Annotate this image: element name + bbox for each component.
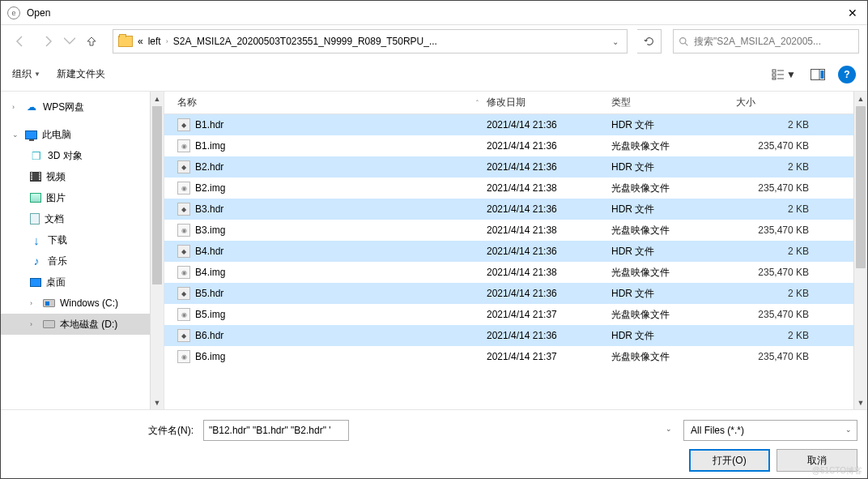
file-icon (177, 160, 190, 173)
chevron-right-icon: › (166, 37, 168, 45)
refresh-button[interactable] (637, 29, 662, 53)
sidebar-scrollbar[interactable]: ▲ ▼ (150, 92, 164, 409)
scroll-up-icon[interactable]: ▲ (854, 92, 867, 105)
file-type: 光盘映像文件 (611, 182, 736, 195)
svg-rect-3 (772, 74, 776, 76)
col-name[interactable]: 名称ˆ (171, 96, 487, 109)
new-folder-button[interactable]: 新建文件夹 (57, 67, 105, 81)
monitor-icon (25, 130, 37, 139)
address-dropdown[interactable]: ⌄ (609, 37, 622, 46)
file-row[interactable]: B5.img2021/4/14 21:37光盘映像文件235,470 KB (164, 304, 867, 325)
cancel-button[interactable]: 取消 (777, 449, 857, 472)
scroll-thumb[interactable] (856, 106, 866, 268)
file-row[interactable]: B4.img2021/4/14 21:38光盘映像文件235,470 KB (164, 262, 867, 283)
back-button[interactable] (9, 30, 32, 53)
cloud-icon: ☁ (25, 101, 38, 113)
sidebar-item-downloads[interactable]: ↓下载 (1, 229, 164, 250)
file-type: HDR 文件 (611, 118, 736, 132)
file-type: 光盘映像文件 (611, 224, 736, 237)
file-row[interactable]: B1.img2021/4/14 21:36光盘映像文件235,470 KB (164, 135, 867, 156)
col-date[interactable]: 修改日期 (487, 96, 611, 109)
sidebar-item-videos[interactable]: 视频 (1, 166, 164, 187)
address-bar[interactable]: « left › S2A_MSIL2A_20200503T023551_N999… (113, 29, 628, 53)
recent-dropdown[interactable] (64, 30, 75, 53)
file-row[interactable]: B2.hdr2021/4/14 21:36HDR 文件2 KB (164, 156, 867, 177)
file-row[interactable]: B6.img2021/4/14 21:37光盘映像文件235,470 KB (164, 346, 867, 367)
file-name: B5.img (195, 309, 225, 320)
file-type: HDR 文件 (611, 245, 736, 259)
film-icon (30, 172, 41, 182)
sidebar-item-this-pc[interactable]: ⌄ 此电脑 (1, 124, 164, 145)
file-size: 2 KB (736, 161, 825, 173)
forward-button[interactable] (36, 30, 59, 53)
scroll-thumb[interactable] (152, 106, 162, 284)
file-row[interactable]: B4.hdr2021/4/14 21:36HDR 文件2 KB (164, 241, 867, 262)
file-type: HDR 文件 (611, 287, 736, 301)
title-bar: e Open ✕ (1, 1, 867, 25)
close-button[interactable]: ✕ (845, 6, 861, 19)
breadcrumb-seg-current[interactable]: S2A_MSIL2A_20200503T023551_N9999_R089_T5… (173, 36, 437, 47)
svg-rect-4 (772, 78, 776, 79)
file-name: B3.hdr (195, 203, 223, 215)
file-row[interactable]: B1.hdr2021/4/14 21:36HDR 文件2 KB (164, 114, 867, 135)
document-icon (30, 213, 40, 225)
file-size: 235,470 KB (736, 182, 825, 194)
expand-icon: › (12, 103, 20, 111)
file-row[interactable]: B5.hdr2021/4/14 21:36HDR 文件2 KB (164, 283, 867, 304)
file-list: B1.hdr2021/4/14 21:36HDR 文件2 KBB1.img202… (164, 114, 867, 367)
file-row[interactable]: B3.hdr2021/4/14 21:36HDR 文件2 KB (164, 199, 867, 220)
file-row[interactable]: B3.img2021/4/14 21:38光盘映像文件235,470 KB (164, 220, 867, 241)
file-name: B4.hdr (195, 246, 223, 257)
help-button[interactable]: ? (838, 66, 856, 83)
file-size: 235,470 KB (736, 140, 825, 152)
sidebar-item-documents[interactable]: 文档 (1, 208, 164, 229)
expand-icon: › (30, 299, 38, 307)
desktop-icon (30, 278, 41, 287)
open-button[interactable]: 打开(O) (689, 449, 770, 472)
sidebar-item-wps[interactable]: › ☁ WPS网盘 (1, 96, 164, 118)
breadcrumb-seg-left[interactable]: left (148, 36, 161, 47)
svg-point-0 (680, 37, 686, 43)
file-scrollbar[interactable]: ▲ ▼ (853, 92, 867, 409)
body: › ☁ WPS网盘 ⌄ 此电脑 ❒3D 对象 视频 图片 文档 ↓下载 ♪音乐 … (1, 92, 867, 409)
sidebar-item-pictures[interactable]: 图片 (1, 187, 164, 208)
collapse-icon: ⌄ (12, 130, 20, 139)
filename-input-wrap: ⌄ (203, 420, 677, 441)
col-size[interactable]: 大小 (736, 96, 825, 109)
svg-rect-10 (821, 71, 824, 79)
music-icon: ♪ (30, 254, 43, 267)
file-pane: 名称ˆ 修改日期 类型 大小 B1.hdr2021/4/14 21:36HDR … (164, 92, 867, 409)
file-row[interactable]: B6.hdr2021/4/14 21:36HDR 文件2 KB (164, 325, 867, 346)
col-type[interactable]: 类型 (611, 96, 736, 109)
picture-icon (30, 193, 41, 203)
search-placeholder: 搜索"S2A_MSIL2A_202005... (694, 35, 821, 49)
chevron-down-icon: ⌄ (845, 426, 852, 434)
scroll-up-icon[interactable]: ▲ (151, 92, 164, 105)
up-button[interactable] (80, 30, 103, 53)
download-icon: ↓ (30, 233, 43, 246)
search-icon (679, 36, 689, 47)
scroll-down-icon[interactable]: ▼ (151, 396, 164, 409)
file-type-filter[interactable]: All Files (*.*) ⌄ (683, 420, 857, 441)
sidebar-item-desktop[interactable]: 桌面 (1, 272, 164, 293)
chevron-down-icon[interactable]: ⌄ (666, 425, 672, 433)
sidebar-item-3d[interactable]: ❒3D 对象 (1, 145, 164, 166)
file-name: B1.img (195, 140, 225, 152)
file-row[interactable]: B2.img2021/4/14 21:38光盘映像文件235,470 KB (164, 177, 867, 199)
sidebar-item-drive-c[interactable]: ›Windows (C:) (1, 293, 164, 314)
sidebar-item-drive-d[interactable]: ›本地磁盘 (D:) (1, 314, 164, 335)
column-headers: 名称ˆ 修改日期 类型 大小 (164, 92, 867, 114)
preview-pane-button[interactable] (804, 64, 832, 85)
sidebar-item-music[interactable]: ♪音乐 (1, 250, 164, 272)
file-name: B6.hdr (195, 330, 223, 341)
file-icon (177, 245, 190, 258)
view-mode-button[interactable]: ▼ (770, 64, 798, 85)
organize-menu[interactable]: 组织▼ (12, 67, 40, 81)
file-date: 2021/4/14 21:36 (487, 203, 611, 215)
search-input[interactable]: 搜索"S2A_MSIL2A_202005... (673, 29, 859, 53)
sidebar-item-label: WPS网盘 (43, 101, 84, 114)
filename-input[interactable] (203, 420, 349, 441)
scroll-down-icon[interactable]: ▼ (854, 396, 867, 409)
file-type: 光盘映像文件 (611, 350, 736, 364)
file-date: 2021/4/14 21:36 (487, 161, 611, 173)
